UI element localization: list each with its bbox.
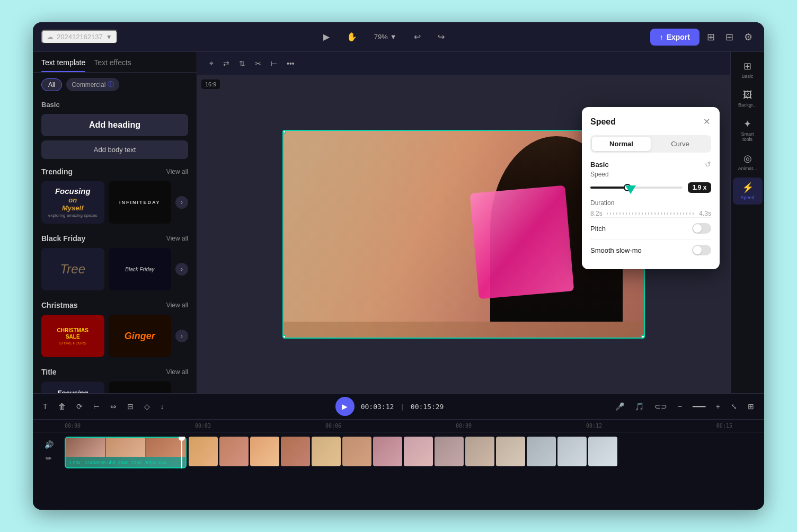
export-icon: ↑ bbox=[660, 33, 663, 41]
right-sidebar-item-animate[interactable]: ◎ Animat... bbox=[733, 148, 763, 175]
speed-tab-normal[interactable]: Normal bbox=[592, 137, 651, 151]
pitch-label: Pitch bbox=[590, 225, 606, 233]
trending-nav-next[interactable]: › bbox=[175, 196, 188, 209]
bottom-toolbar-right: 🎤 🎵 ⊂⊃ − ━━━ + ⤡ ⊞ bbox=[612, 400, 758, 413]
trending-view-all[interactable]: View all bbox=[166, 168, 188, 175]
thumb-11 bbox=[496, 437, 525, 466]
export-clip-button[interactable]: ↓ bbox=[157, 400, 168, 413]
media-button[interactable]: 🎵 bbox=[631, 400, 648, 413]
export-button[interactable]: ↑ Export bbox=[650, 29, 699, 46]
blackfriday-title: Black Friday bbox=[41, 234, 85, 243]
pitch-toggle[interactable] bbox=[692, 223, 711, 234]
christmas-nav-next[interactable]: › bbox=[175, 330, 188, 342]
canvas-split-button[interactable]: ⊢ bbox=[267, 57, 281, 70]
zoom-in-button[interactable]: + bbox=[712, 400, 724, 413]
add-heading-button[interactable]: Add heading bbox=[41, 114, 188, 136]
edit-track-button[interactable]: ✏ bbox=[44, 453, 54, 464]
canvas-flip-h-button[interactable]: ⇄ bbox=[219, 57, 233, 70]
delete-tool-button[interactable]: 🗑 bbox=[55, 400, 69, 413]
christmas-grid: CHRISTMASSALE STORE HOURS Ginger › bbox=[41, 315, 188, 357]
speed-panel-title: Speed bbox=[590, 117, 616, 127]
bottom-toolbar: T 🗑 ⟳ ⊢ ⇔ ⊟ ◇ ↓ ▶ 00:03:12 | 00:15:29 🎤 … bbox=[33, 394, 764, 420]
resize-handle-tl[interactable] bbox=[282, 130, 286, 134]
ruler-mark-5: 00:15 bbox=[716, 423, 732, 429]
right-sidebar-item-smart[interactable]: ✦ Smart tools bbox=[733, 114, 763, 146]
main-content: Text template Text effects All Commercia… bbox=[33, 52, 764, 393]
video-clip[interactable]: 1.90x · 12433259-uhd_3840_2160_30fps.mp4 bbox=[65, 437, 187, 468]
mic-button[interactable]: 🎤 bbox=[612, 400, 628, 413]
play-button[interactable]: ▶ bbox=[335, 397, 355, 416]
background-sidebar-label: Backgr... bbox=[738, 102, 757, 108]
add-body-button[interactable]: Add body text bbox=[41, 140, 188, 159]
blackfriday-card-tree[interactable]: Tree bbox=[41, 248, 104, 290]
speed-slider[interactable] bbox=[590, 187, 683, 189]
blackfriday-card-bf[interactable]: Black Friday bbox=[109, 248, 172, 290]
zoom-out-button[interactable]: − bbox=[674, 400, 686, 413]
undo-button[interactable]: ↩ bbox=[410, 29, 425, 45]
zoom-slider-button[interactable]: ━━━ bbox=[689, 400, 709, 413]
trim-tool-button[interactable]: ⊢ bbox=[90, 400, 103, 413]
resize-handle-bl[interactable] bbox=[282, 335, 286, 339]
right-sidebar-item-basic[interactable]: ⊞ Basic bbox=[733, 56, 763, 83]
clip-thumbnails bbox=[66, 438, 185, 457]
playhead[interactable] bbox=[181, 437, 182, 468]
blackfriday-section-header: Black Friday View all bbox=[41, 234, 188, 243]
cloud-save-button[interactable]: ☁ 202412162137 ▼ bbox=[41, 30, 118, 44]
right-sidebar-item-background[interactable]: 🖼 Backgr... bbox=[733, 85, 763, 112]
zoom-button[interactable]: 79% ▼ bbox=[370, 31, 401, 43]
canvas-crop-button[interactable]: ⌖ bbox=[206, 56, 217, 70]
christmas-view-all[interactable]: View all bbox=[166, 302, 188, 309]
resize-handle-br[interactable] bbox=[641, 335, 645, 339]
subtitle-button[interactable]: ⊂⊃ bbox=[651, 400, 671, 413]
filter-commercial-chip[interactable]: Commercial ⓘ bbox=[66, 78, 119, 91]
speed-tab-curve[interactable]: Curve bbox=[651, 137, 710, 151]
thumb-13 bbox=[557, 437, 587, 466]
trending-card-focusing[interactable]: Focusing onMyself exploring amazing spac… bbox=[41, 181, 104, 224]
speed-panel-close-button[interactable]: ✕ bbox=[702, 116, 711, 128]
right-sidebar-item-speed[interactable]: ⚡ Speed bbox=[733, 178, 763, 205]
speed-reset-button[interactable]: ↺ bbox=[705, 160, 711, 169]
canvas-smart-cut-button[interactable]: ✂ bbox=[251, 57, 265, 70]
top-bar: ☁ 202412162137 ▼ ▶ ✋ 79% ▼ ↩ ↪ ↑ Export … bbox=[33, 22, 764, 52]
title-view-all[interactable]: View all bbox=[166, 368, 188, 376]
more-options-button[interactable]: ⊞ bbox=[744, 400, 758, 413]
duration-row: 8.2s 4.3s bbox=[590, 210, 711, 217]
keyframe-tool-button[interactable]: ◇ bbox=[140, 400, 154, 413]
blackfriday-view-all[interactable]: View all bbox=[166, 235, 188, 242]
tab-text-template[interactable]: Text template bbox=[41, 58, 85, 72]
title-grid: Focusing onMyself exploring amazing spac… bbox=[41, 382, 188, 393]
right-sidebar: ⊞ Basic 🖼 Backgr... ✦ Smart tools ◎ Anim… bbox=[730, 52, 764, 393]
sidebar-tabs: Text template Text effects bbox=[33, 52, 197, 73]
canvas-flip-v-button[interactable]: ⇅ bbox=[235, 57, 249, 70]
smooth-toggle[interactable] bbox=[692, 245, 711, 255]
play-mode-button[interactable]: ▶ bbox=[319, 29, 334, 45]
timecode-total: 00:15:29 bbox=[411, 403, 444, 411]
redo-button[interactable]: ↪ bbox=[433, 29, 449, 45]
christmas-card-sale[interactable]: CHRISTMASSALE STORE HOURS bbox=[41, 315, 104, 357]
thumb-14 bbox=[588, 437, 617, 466]
canvas-more-button[interactable]: ••• bbox=[283, 57, 298, 70]
christmas-title: Christmas bbox=[41, 301, 77, 309]
hand-tool-button[interactable]: ✋ bbox=[342, 29, 361, 45]
layout-grid-button[interactable]: ⊞ bbox=[704, 28, 718, 46]
christmas-card-ginger[interactable]: Ginger bbox=[109, 315, 172, 357]
settings-button[interactable]: ⚙ bbox=[741, 28, 756, 46]
title-card-focusing[interactable]: Focusing onMyself exploring amazing spac… bbox=[41, 382, 104, 393]
thumb-4 bbox=[281, 437, 310, 466]
canvas-toolbar-left: ⌖ ⇄ ⇅ ✂ ⊢ ••• bbox=[206, 56, 298, 70]
fullscreen-button[interactable]: ⤡ bbox=[727, 400, 741, 413]
split-view-button[interactable]: ⊟ bbox=[722, 28, 737, 46]
project-name: 202412162137 bbox=[57, 33, 103, 41]
thumb-6 bbox=[342, 437, 371, 466]
mirror-tool-button[interactable]: ⇔ bbox=[107, 400, 120, 413]
loop-tool-button[interactable]: ⟳ bbox=[73, 400, 86, 413]
text-tool-button[interactable]: T bbox=[39, 400, 51, 413]
split-tool-button[interactable]: ⊟ bbox=[123, 400, 137, 413]
blackfriday-nav-next[interactable]: › bbox=[175, 263, 188, 276]
filter-all-chip[interactable]: All bbox=[41, 78, 62, 91]
trending-card-infinity[interactable]: INFINITEDAY bbox=[109, 181, 172, 224]
tab-text-effects[interactable]: Text effects bbox=[94, 58, 131, 72]
title-card-infinity[interactable]: INFINITEDAY bbox=[109, 382, 172, 393]
volume-button[interactable]: 🔊 bbox=[43, 439, 55, 450]
title-section-header: Title View all bbox=[41, 368, 188, 376]
